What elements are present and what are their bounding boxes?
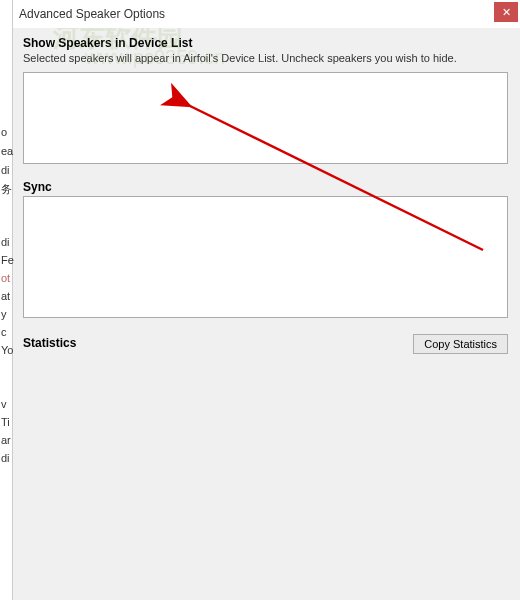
close-button[interactable]: ✕ (494, 2, 518, 22)
window-title: Advanced Speaker Options (19, 7, 165, 21)
close-icon: ✕ (502, 6, 511, 19)
titlebar: Advanced Speaker Options ✕ (13, 0, 520, 28)
sync-section-title: Sync (23, 180, 508, 194)
dialog-window: 河东软件园 www.pc0359.cn Advanced Speaker Opt… (12, 0, 520, 600)
speakers-list-panel[interactable] (23, 72, 508, 164)
speakers-section-title: Show Speakers in Device List (23, 36, 508, 50)
copy-statistics-button[interactable]: Copy Statistics (413, 334, 508, 354)
statistics-section-title: Statistics (23, 336, 76, 350)
background-clip: o ea di 务 di Fe ot at y c Yo v Ti ar di (0, 0, 12, 600)
speakers-section-description: Selected speakers will appear in Airfoil… (23, 52, 508, 64)
sync-panel[interactable] (23, 196, 508, 318)
dialog-content: Show Speakers in Device List Selected sp… (13, 28, 520, 372)
